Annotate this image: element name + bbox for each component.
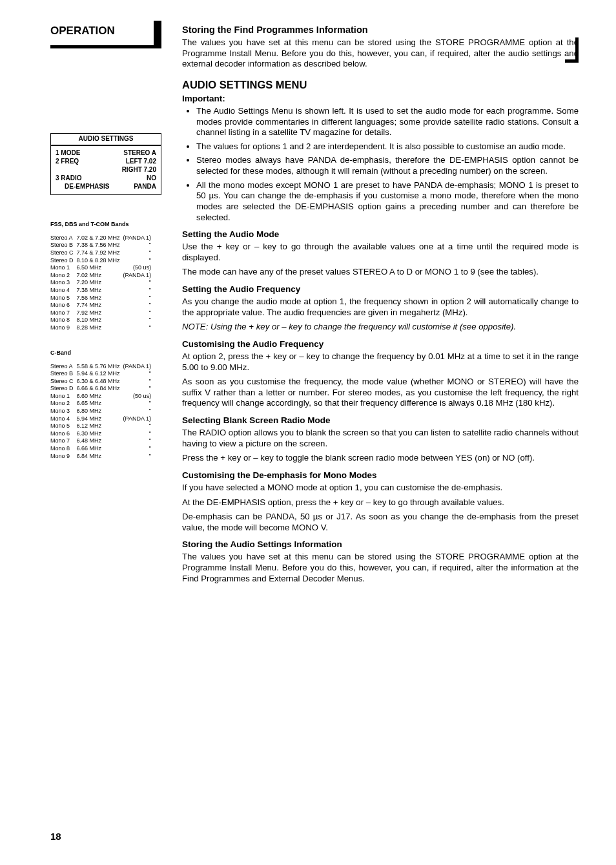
table-cell: 5.94 MHz [77, 415, 123, 422]
important-bullets: The Audio Settings Menu is shown left. I… [182, 106, 579, 223]
table-cell: Mono 8 [50, 444, 77, 452]
table-cell: 7.56 MHz [77, 294, 123, 302]
table-cell: 6.30 MHz [77, 430, 123, 437]
table-cell: " [123, 324, 154, 331]
table-cell: " [123, 407, 154, 415]
table-cell: " [123, 242, 154, 249]
table-cell: " [123, 385, 154, 393]
table-cell: Mono 1 [50, 392, 77, 400]
page-number: 18 [50, 831, 61, 842]
table-cell: Mono 1 [50, 264, 77, 271]
heading-audio-settings-menu: AUDIO SETTINGS MENU [182, 79, 579, 91]
table-cell: 6.12 MHz [77, 422, 123, 430]
para-s4p2: Press the + key or – key to toggle the b… [182, 453, 579, 464]
table-cell: Mono 5 [50, 294, 77, 302]
heading-set-audio-freq: Setting the Audio Frequency [182, 284, 579, 294]
table-cell: 6.66 MHz [77, 444, 123, 452]
table-cell: Mono 4 [50, 415, 77, 422]
table-cell: 6.84 MHz [77, 452, 123, 460]
table-cell: " [123, 430, 154, 437]
table-cell: 7.20 MHz [77, 279, 123, 287]
table-cell: " [123, 286, 154, 294]
table-cell: 7.02 & 7.20 MHz [77, 234, 123, 242]
menu-row-label [56, 165, 117, 174]
heading-blank-radio: Selecting Blank Screen Radio Mode [182, 415, 579, 425]
table-cell: (PANDA 1) [123, 415, 154, 422]
table-cell: " [123, 249, 154, 256]
table-cell: " [123, 256, 154, 264]
table-cell: 7.38 MHz [77, 286, 123, 294]
menu-row-value: LEFT 7.02 [117, 157, 156, 165]
heading-store-audio-settings: Storing the Audio Settings Information [182, 539, 579, 549]
cband-table: Stereo A5.58 & 5.76 MHz(PANDA 1)Stereo B… [50, 362, 154, 460]
table-cell: " [123, 301, 154, 309]
bullet-item: All the mono modes except MONO 1 are pre… [196, 180, 579, 224]
heading-custom-audio-freq: Customising the Audio Frequency [182, 339, 579, 349]
table-cell: " [123, 422, 154, 430]
para-s2p1: As you change the audio mode at option 1… [182, 297, 579, 318]
table-cell: Stereo B [50, 242, 77, 249]
table-cell: 8.10 & 8.28 MHz [77, 256, 123, 264]
table-cell: " [123, 294, 154, 302]
table-cell: " [123, 452, 154, 460]
bullet-item: Stereo modes always have PANDA de-emphas… [196, 155, 579, 176]
table-cell: Stereo A [50, 234, 77, 242]
table-cell: (PANDA 1) [123, 234, 154, 242]
table-cell: 6.60 MHz [77, 392, 123, 400]
table-cell: 6.30 & 6.48 MHz [77, 377, 123, 385]
table-cell: Mono 2 [50, 400, 77, 408]
table-cell: " [123, 437, 154, 445]
table-cell: Mono 6 [50, 301, 77, 309]
menu-row-label: 1 MODE [56, 149, 117, 157]
menu-row-label: DE-EMPHASIS [56, 182, 117, 191]
table-cell: Mono 9 [50, 324, 77, 331]
para-s1p1: Use the + key or – key to go through the… [182, 242, 579, 263]
table-cell: 5.58 & 5.76 MHz [77, 362, 123, 370]
table-cell: (PANDA 1) [123, 271, 154, 279]
table-cell: (50 us) [123, 264, 154, 271]
operation-heading: OPERATION [50, 25, 121, 37]
para-s6p1: The values you have set at this menu can… [182, 552, 579, 584]
corner-decor [565, 37, 579, 63]
para-s5p2: At the DE-EMPHASIS option, press the + k… [182, 497, 579, 508]
table-cell: 6.65 MHz [77, 400, 123, 408]
table-cell: 7.74 MHz [77, 301, 123, 309]
menu-row-value: STEREO A [117, 149, 156, 157]
table-cell: 6.80 MHz [77, 407, 123, 415]
menu-row-label: 3 RADIO [56, 174, 117, 182]
table-cell: Stereo D [50, 385, 77, 393]
table-cell: Mono 7 [50, 309, 77, 317]
table-cell: Stereo B [50, 370, 77, 377]
table-cell: " [123, 317, 154, 324]
table-cell: 6.50 MHz [77, 264, 123, 271]
table-cell: 6.48 MHz [77, 437, 123, 445]
cband-table-heading: C-Band [50, 349, 182, 356]
table-cell: Stereo C [50, 249, 77, 256]
bullet-item: The values for options 1 and 2 are inter… [196, 141, 579, 152]
para-s3p1: At option 2, press the + key or – key to… [182, 351, 579, 373]
table-cell: Mono 7 [50, 437, 77, 445]
table-cell: 7.38 & 7.56 MHz [77, 242, 123, 249]
table-cell: 7.92 MHz [77, 309, 123, 317]
table-cell: Mono 3 [50, 407, 77, 415]
table-cell: (50 us) [123, 392, 154, 400]
para-s1p2: The mode can have any of the preset valu… [182, 267, 579, 278]
bullet-item: The Audio Settings Menu is shown left. I… [196, 106, 579, 138]
table-cell: Mono 6 [50, 430, 77, 437]
menu-row-value: RIGHT 7.20 [117, 165, 156, 174]
table-cell: Mono 9 [50, 452, 77, 460]
table-cell: Mono 2 [50, 271, 77, 279]
table-cell: Stereo A [50, 362, 77, 370]
table-cell: Mono 3 [50, 279, 77, 287]
table-cell: " [123, 309, 154, 317]
table-cell: 8.28 MHz [77, 324, 123, 331]
para-s5p3: De-emphasis can be PANDA, 50 µs or J17. … [182, 512, 579, 533]
fss-table-heading: FSS, DBS and T-COM Bands [50, 221, 182, 227]
table-cell: " [123, 279, 154, 287]
table-cell: Mono 5 [50, 422, 77, 430]
para-s4p1: The RADIO option allows you to blank the… [182, 428, 579, 449]
table-cell: Mono 8 [50, 317, 77, 324]
table-cell: 5.94 & 6.12 MHz [77, 370, 123, 377]
table-cell: " [123, 444, 154, 452]
table-cell: 8.10 MHz [77, 317, 123, 324]
